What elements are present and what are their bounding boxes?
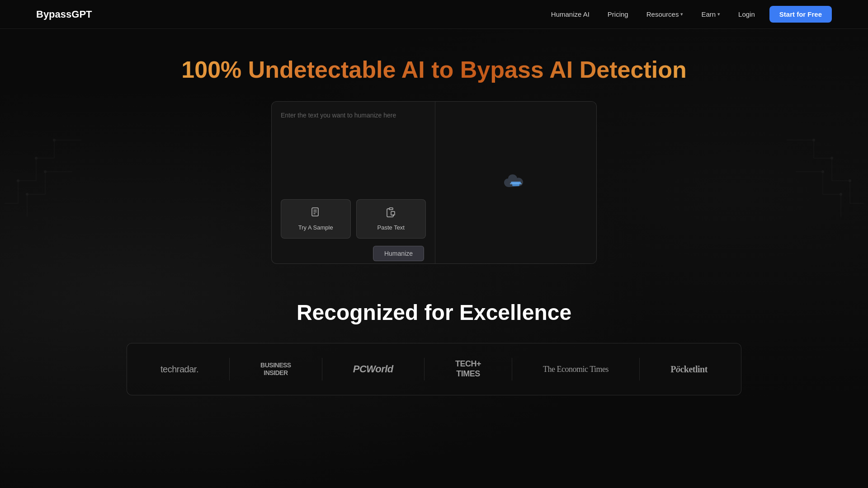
navbar: BypassGPT Humanize AI Pricing Resources … xyxy=(0,0,868,29)
recognized-title: Recognized for Excellence xyxy=(297,300,571,325)
hero-title: 100% Undetectable AI to Bypass AI Detect… xyxy=(181,56,686,83)
cloud-loading-icon xyxy=(502,173,529,192)
humanize-button[interactable]: Humanize xyxy=(373,246,424,261)
nav-link-resources[interactable]: Resources ▾ xyxy=(639,7,691,22)
brand-pcworld: PCWorld xyxy=(353,363,393,375)
brand-business-insider: BUSINESSINSIDER xyxy=(260,361,291,377)
humanize-text-input[interactable] xyxy=(281,111,426,192)
editor-action-buttons: Try A Sample Paste Text xyxy=(281,199,426,239)
brand-divider xyxy=(639,358,640,380)
try-sample-button[interactable]: Try A Sample xyxy=(281,199,351,239)
main-content: 100% Undetectable AI to Bypass AI Detect… xyxy=(0,29,868,395)
brand-divider xyxy=(229,358,230,380)
editor-input-panel: Try A Sample Paste Text Humanize xyxy=(272,102,435,263)
chevron-down-icon: ▾ xyxy=(680,11,683,17)
nav-links: Humanize AI Pricing Resources ▾ Earn ▾ L… xyxy=(544,6,832,23)
nav-cta-button[interactable]: Start for Free xyxy=(769,6,832,23)
loading-indicator xyxy=(502,173,529,192)
clipboard-icon xyxy=(386,207,396,221)
humanize-btn-container: Humanize xyxy=(281,246,426,261)
svg-rect-8 xyxy=(510,183,522,184)
brand-economic-times: The Economic Times xyxy=(543,365,609,374)
svg-rect-4 xyxy=(389,208,393,210)
recognized-section: Recognized for Excellence techradar. BUS… xyxy=(0,300,868,395)
nav-logo[interactable]: BypassGPT xyxy=(36,9,92,20)
nav-link-earn[interactable]: Earn ▾ xyxy=(694,7,727,22)
svg-rect-5 xyxy=(391,211,395,215)
nav-link-humanize-ai[interactable]: Humanize AI xyxy=(544,7,597,22)
nav-login-link[interactable]: Login xyxy=(731,7,762,22)
brand-divider xyxy=(424,358,425,380)
document-icon xyxy=(310,207,321,221)
brand-techtimes: TECH+TIMES xyxy=(455,359,481,379)
paste-text-button[interactable]: Paste Text xyxy=(356,199,426,239)
brand-divider xyxy=(512,358,512,380)
brands-container: techradar. BUSINESSINSIDER PCWorld TECH+… xyxy=(127,343,741,395)
editor-output-panel xyxy=(435,102,596,263)
brand-pocketlint: Pöcketlint xyxy=(670,364,708,375)
brand-techradar: techradar. xyxy=(160,364,198,375)
nav-link-pricing[interactable]: Pricing xyxy=(600,7,636,22)
editor-container: Try A Sample Paste Text Humanize xyxy=(271,101,597,264)
brand-divider xyxy=(322,358,322,380)
chevron-down-icon: ▾ xyxy=(717,11,720,17)
